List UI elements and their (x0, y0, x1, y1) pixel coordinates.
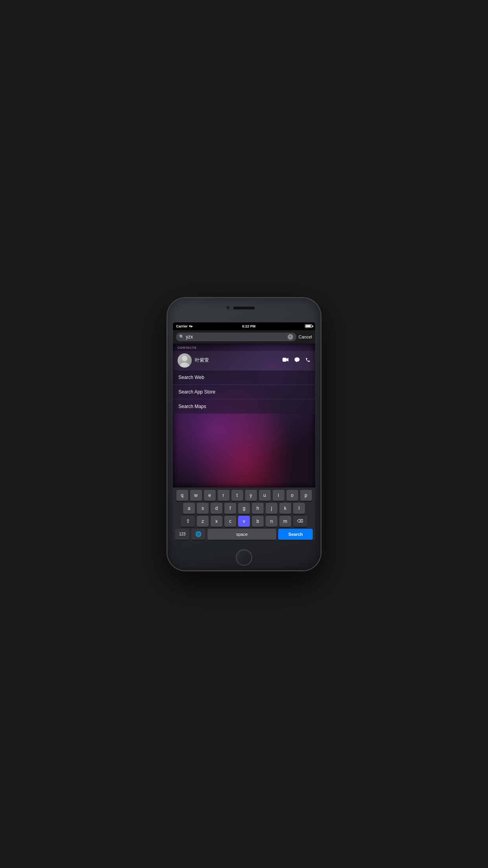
search-input-wrapper[interactable]: 🔍 yzx × (176, 333, 296, 341)
carrier-label: Carrier (176, 324, 188, 328)
key-v[interactable]: v (238, 516, 250, 527)
key-o[interactable]: o (286, 490, 298, 501)
keyboard-row-1: q w e r t y u i o p (174, 490, 314, 501)
key-q[interactable]: q (176, 490, 188, 501)
phone-call-icon[interactable] (305, 357, 310, 364)
key-d[interactable]: d (211, 503, 222, 514)
key-k[interactable]: k (279, 503, 291, 514)
status-bar: Carrier ▾▸ 6:22 PM (173, 322, 315, 330)
speaker (233, 307, 255, 309)
contacts-header: CONTACTS (173, 344, 315, 351)
key-n[interactable]: n (266, 516, 277, 527)
globe-key[interactable]: 🌐 (191, 529, 205, 540)
contact-actions (283, 357, 310, 364)
search-app-store-button[interactable]: Search App Store (173, 385, 315, 399)
key-b[interactable]: b (252, 516, 264, 527)
key-z[interactable]: z (197, 516, 209, 527)
cancel-button[interactable]: Cancel (299, 335, 312, 339)
results-area: CONTACTS 叶紫萱 (173, 344, 315, 487)
svg-point-0 (182, 356, 187, 361)
key-f[interactable]: f (224, 503, 236, 514)
key-c[interactable]: c (224, 516, 236, 527)
home-button[interactable] (236, 549, 252, 566)
search-web-label: Search Web (178, 375, 204, 380)
svg-point-4 (295, 357, 300, 362)
key-h[interactable]: h (252, 503, 264, 514)
search-maps-label: Search Maps (178, 404, 206, 409)
search-app-store-label: Search App Store (178, 389, 215, 395)
battery-fill (306, 325, 311, 327)
key-r[interactable]: r (218, 490, 229, 501)
search-maps-button[interactable]: Search Maps (173, 399, 315, 414)
contact-name: 叶紫萱 (195, 357, 279, 364)
key-a[interactable]: a (183, 503, 195, 514)
keyboard-row-2: a s d f g h j k l (174, 503, 314, 514)
svg-marker-3 (286, 358, 288, 362)
key-t[interactable]: t (231, 490, 243, 501)
delete-key[interactable]: ⌫ (293, 516, 307, 527)
contact-avatar (178, 353, 192, 368)
video-call-icon[interactable] (283, 357, 289, 363)
keyboard: q w e r t y u i o p a s d f g h j k (173, 487, 315, 541)
key-g[interactable]: g (238, 503, 250, 514)
front-camera (226, 306, 230, 309)
key-i[interactable]: i (273, 490, 284, 501)
key-y[interactable]: y (245, 490, 257, 501)
wifi-icon: ▾▸ (189, 324, 193, 328)
status-time: 6:22 PM (242, 324, 255, 328)
key-l[interactable]: l (293, 503, 305, 514)
key-s[interactable]: s (197, 503, 209, 514)
status-left: Carrier ▾▸ (176, 324, 193, 328)
contact-row: 叶紫萱 (173, 351, 315, 370)
search-icon: 🔍 (179, 335, 184, 339)
key-p[interactable]: p (300, 490, 312, 501)
shift-key[interactable]: ⇧ (181, 516, 195, 527)
key-j[interactable]: j (266, 503, 277, 514)
key-e[interactable]: e (204, 490, 216, 501)
svg-point-1 (180, 362, 189, 368)
key-m[interactable]: m (279, 516, 291, 527)
search-bar-area: 🔍 yzx × Cancel (173, 330, 315, 344)
search-clear-button[interactable]: × (288, 334, 293, 340)
phone-device: Carrier ▾▸ 6:22 PM 🔍 yzx × Cancel (167, 298, 321, 570)
keyboard-row-3: ⇧ z x c v b n m ⌫ (174, 516, 314, 527)
battery-icon (305, 324, 312, 328)
key-u[interactable]: u (259, 490, 271, 501)
search-input[interactable]: yzx (186, 334, 286, 340)
avatar-silhouette (178, 353, 192, 368)
key-x[interactable]: x (211, 516, 222, 527)
search-web-button[interactable]: Search Web (173, 370, 315, 385)
phone-screen: Carrier ▾▸ 6:22 PM 🔍 yzx × Cancel (173, 322, 315, 541)
message-icon[interactable] (294, 357, 300, 364)
numbers-key[interactable]: 123 (175, 529, 189, 540)
svg-rect-2 (283, 358, 286, 362)
space-key[interactable]: space (207, 529, 276, 540)
search-key[interactable]: Search (278, 529, 313, 540)
keyboard-bottom-row: 123 🌐 space Search (174, 529, 314, 540)
status-right (305, 324, 312, 328)
contacts-section: CONTACTS 叶紫萱 (173, 344, 315, 370)
key-w[interactable]: w (190, 490, 202, 501)
search-options: Search Web Search App Store Search Maps (173, 370, 315, 414)
